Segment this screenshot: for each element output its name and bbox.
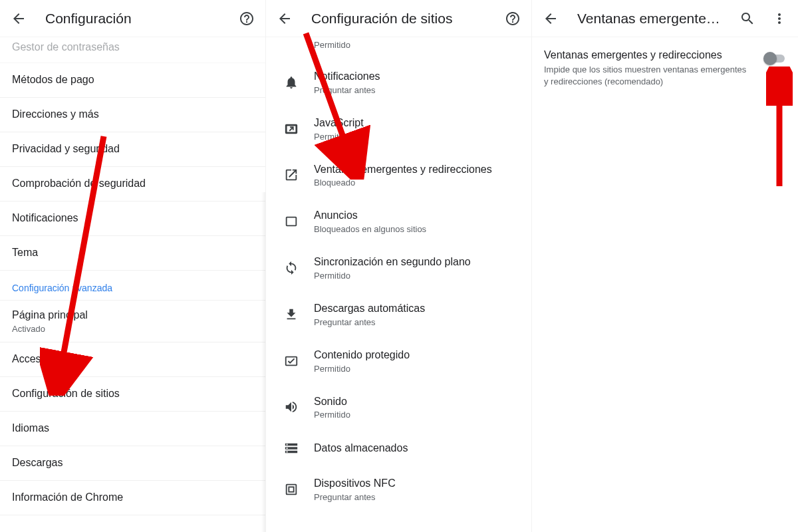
- row-label: Página principal: [12, 309, 88, 323]
- toggle-label: Ventanas emergentes y redirecciones: [544, 49, 753, 61]
- svg-rect-3: [287, 217, 297, 226]
- settings-row-notifications[interactable]: Notificaciones: [0, 201, 265, 236]
- row-sublabel: Activado: [12, 324, 88, 334]
- row-sublabel: Bloqueados en algunos sitios: [314, 224, 426, 234]
- storage-icon: [284, 441, 299, 456]
- back-button[interactable]: [3, 3, 35, 35]
- row-label: Notificaciones: [314, 70, 380, 84]
- site-settings-panel: Configuración de sitios Permitido Notifi…: [266, 0, 532, 532]
- settings-row-addresses[interactable]: Direcciones y más: [0, 98, 265, 132]
- settings-row-cut[interactable]: Gestor de contraseñas: [0, 37, 265, 63]
- row-label: Tema: [12, 246, 38, 260]
- site-row-stored-data[interactable]: Datos almacenados: [266, 430, 531, 466]
- javascript-icon: [284, 122, 299, 136]
- popups-toggle-row[interactable]: Ventanas emergentes y redirecciones Impi…: [532, 37, 798, 87]
- help-button[interactable]: [231, 3, 263, 35]
- popups-switch[interactable]: [763, 52, 786, 65]
- help-icon: [239, 11, 255, 27]
- settings-row-downloads[interactable]: Descargas: [0, 446, 265, 481]
- appbar-title: Configuración de sitios: [311, 11, 497, 27]
- search-icon: [739, 11, 755, 27]
- popups-panel: Ventanas emergente… Ventanas emergentes …: [532, 0, 798, 532]
- site-row-sound[interactable]: SonidoPermitido: [266, 384, 531, 431]
- row-label: Idiomas: [12, 422, 49, 436]
- row-label: Contenido protegido: [314, 348, 410, 362]
- row-label: Sonido: [314, 395, 350, 409]
- row-label: Direcciones y más: [12, 108, 99, 122]
- ads-icon: [284, 214, 299, 229]
- site-row-javascript[interactable]: JavaScriptPermitido: [266, 106, 531, 152]
- section-advanced-label: Configuración avanzada: [0, 271, 265, 301]
- row-sublabel: Permitido: [314, 410, 350, 420]
- protected-content-icon: [284, 354, 299, 368]
- row-sublabel: Bloqueado: [314, 178, 492, 188]
- row-label: Métodos de pago: [12, 73, 94, 87]
- row-label: Dispositivos NFC: [314, 477, 396, 491]
- arrow-back-icon: [543, 11, 559, 27]
- switch-thumb: [763, 52, 777, 65]
- row-label: JavaScript: [314, 116, 364, 130]
- appbar-title: Configuración: [45, 11, 231, 27]
- help-button[interactable]: [497, 3, 529, 35]
- svg-rect-6: [289, 487, 293, 492]
- settings-row-safety[interactable]: Comprobación de seguridad: [0, 167, 265, 201]
- site-row-ads[interactable]: AnunciosBloqueados en algunos sitios: [266, 198, 531, 245]
- settings-row-theme[interactable]: Tema: [0, 236, 265, 271]
- settings-row-payment[interactable]: Métodos de pago: [0, 63, 265, 98]
- sound-icon: [284, 400, 299, 414]
- popup-icon: [284, 168, 299, 182]
- row-sublabel: Permitido: [314, 271, 471, 281]
- more-vert-icon: [771, 11, 787, 27]
- row-label: Datos almacenados: [314, 442, 408, 456]
- search-button[interactable]: [732, 3, 763, 35]
- more-button[interactable]: [763, 3, 795, 35]
- settings-row-privacy[interactable]: Privacidad y seguridad: [0, 132, 265, 167]
- settings-panel: Configuración Gestor de contraseñas Méto…: [0, 0, 266, 532]
- site-row-notifications[interactable]: NotificacionesPreguntar antes: [266, 59, 531, 106]
- bell-icon: [284, 75, 299, 90]
- row-label: Ventanas emergentes y redirecciones: [314, 163, 492, 177]
- download-icon: [284, 307, 299, 322]
- site-settings-list[interactable]: Permitido NotificacionesPreguntar antes …: [266, 37, 531, 532]
- appbar-popups: Ventanas emergente…: [532, 0, 798, 37]
- row-sublabel: Permitido: [314, 364, 410, 374]
- row-sublabel-cut: Permitido: [266, 37, 531, 59]
- svg-rect-5: [287, 485, 297, 495]
- appbar-settings: Configuración: [0, 0, 265, 37]
- help-icon: [505, 11, 521, 27]
- arrow-back-icon: [277, 11, 293, 27]
- site-row-protected-content[interactable]: Contenido protegidoPermitido: [266, 338, 531, 384]
- row-label: Accesibilidad: [12, 352, 74, 366]
- settings-row-about[interactable]: Información de Chrome: [0, 481, 265, 515]
- toggle-description: Impide que los sitios muestren ventanas …: [544, 64, 753, 87]
- row-label: Privacidad y seguridad: [12, 142, 120, 156]
- scrollbar-shadow: [261, 192, 265, 532]
- sync-icon: [284, 261, 299, 275]
- row-sublabel: Preguntar antes: [314, 492, 396, 502]
- row-label: Información de Chrome: [12, 491, 123, 505]
- row-label: Anuncios: [314, 209, 426, 223]
- appbar-title: Ventanas emergente…: [577, 11, 732, 27]
- row-sublabel: Preguntar antes: [314, 317, 425, 327]
- appbar-site-settings: Configuración de sitios: [266, 0, 531, 37]
- site-row-popups[interactable]: Ventanas emergentes y redireccionesBloqu…: [266, 152, 531, 199]
- arrow-back-icon: [11, 11, 27, 27]
- row-label: Descargas automáticas: [314, 302, 425, 316]
- row-sublabel: Permitido: [314, 132, 364, 142]
- row-sublabel: Preguntar antes: [314, 85, 380, 95]
- site-row-auto-downloads[interactable]: Descargas automáticasPreguntar antes: [266, 291, 531, 338]
- settings-row-homepage[interactable]: Página principalActivado: [0, 301, 265, 342]
- settings-row-languages[interactable]: Idiomas: [0, 412, 265, 446]
- row-label: Notificaciones: [12, 211, 78, 225]
- settings-row-site-settings[interactable]: Configuración de sitios: [0, 377, 265, 412]
- back-button[interactable]: [269, 3, 301, 35]
- site-row-background-sync[interactable]: Sincronización en segundo planoPermitido: [266, 245, 531, 291]
- row-label: Comprobación de seguridad: [12, 177, 146, 191]
- back-button[interactable]: [535, 3, 567, 35]
- site-row-nfc[interactable]: Dispositivos NFCPreguntar antes: [266, 466, 531, 513]
- row-label: Descargas: [12, 456, 63, 470]
- row-label: Configuración de sitios: [12, 387, 120, 401]
- settings-list[interactable]: Gestor de contraseñas Métodos de pago Di…: [0, 37, 265, 532]
- row-label: Sincronización en segundo plano: [314, 255, 471, 269]
- settings-row-accessibility[interactable]: Accesibilidad: [0, 342, 265, 377]
